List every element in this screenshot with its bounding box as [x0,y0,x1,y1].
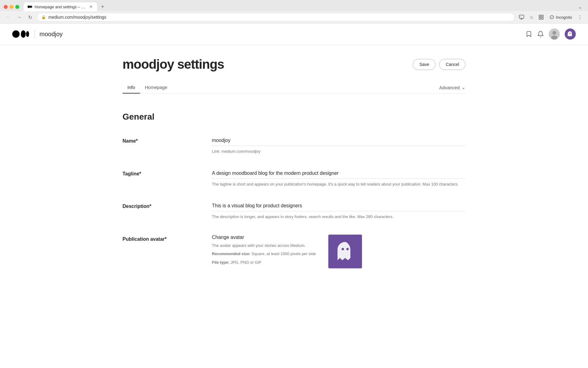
tab-end-controls: ⌄ [576,2,584,11]
lock-icon: 🔒 [41,15,46,19]
name-field-area: Link: medium.com/moodjoy [212,136,466,155]
extension-icon[interactable] [537,13,545,21]
maximize-button[interactable] [15,5,19,9]
description-label: Description* [123,202,202,209]
avatar-form-row: Publication avatar* Change avatar The av… [123,235,466,268]
window-controls [4,5,19,9]
forward-button[interactable]: → [15,13,23,21]
back-button[interactable]: ← [4,13,12,21]
name-label: Name* [123,136,202,144]
name-input[interactable] [212,136,466,146]
avatar-info: Change avatar The avatar appears with yo… [212,235,316,266]
description-field-area: The description is longer, and appears i… [212,202,466,220]
description-hint: The description is longer, and appears i… [212,214,466,220]
name-hint: Link: medium.com/moodjoy [212,148,466,155]
avatar-right: Change avatar The avatar appears with yo… [212,235,466,268]
page-title-row: moodjoy settings Save Cancel [123,57,466,72]
incognito-badge: Incognito [547,14,575,21]
action-buttons: Save Cancel [413,59,466,70]
tabs-left: Info Homepage [123,82,172,93]
tab-homepage[interactable]: Homepage [140,82,172,94]
browser-tab[interactable]: Homepage and settings – moo ✕ [24,2,97,11]
page-title: moodjoy settings [123,57,224,72]
incognito-label: Incognito [556,15,572,20]
recommended-label: Recommended size: [212,251,251,256]
svg-rect-8 [542,15,543,17]
page-header: moodjoy [0,24,588,45]
url-text: medium.com/moodjoy/settings [48,15,510,20]
filetype-value: JPG, PNG or GIF [231,260,262,265]
svg-point-12 [21,30,26,38]
tagline-field-area: The tagline is short and appears on your… [212,169,466,187]
tagline-label: Tagline* [123,169,202,177]
filetype-label: File type: [212,260,229,265]
description-form-row: Description* The description is longer, … [123,202,466,220]
logo-divider [34,30,35,38]
tabs-row: Info Homepage Advanced ⌄ [123,82,466,94]
svg-rect-10 [542,18,543,19]
tab-list-button[interactable]: ⌄ [576,2,584,11]
chevron-down-icon: ⌄ [462,85,466,90]
advanced-toggle[interactable]: Advanced ⌄ [439,82,466,93]
tagline-form-row: Tagline* The tagline is short and appear… [123,169,466,187]
svg-point-11 [12,30,20,38]
tab-title: Homepage and settings – moo [35,5,86,9]
svg-point-0 [28,6,30,8]
svg-point-17 [341,248,344,250]
svg-point-15 [552,31,556,35]
new-tab-button[interactable]: + [98,2,107,11]
svg-rect-7 [539,15,541,17]
header-actions [526,29,576,40]
address-bar[interactable]: 🔒 medium.com/moodjoy/settings [37,13,515,21]
tab-info[interactable]: Info [123,82,140,94]
publication-name: moodjoy [40,31,63,38]
svg-point-13 [26,31,29,37]
tab-favicon [27,4,32,9]
svg-point-2 [32,6,32,8]
menu-button[interactable]: ⋮ [576,13,584,21]
reload-button[interactable]: ↻ [26,13,34,21]
tab-close-button[interactable]: ✕ [89,4,93,9]
change-avatar-link[interactable]: Change avatar [212,235,316,240]
svg-point-18 [346,248,349,250]
recommended-value: Square, at least 1000 pixels per side [251,251,316,256]
description-input[interactable] [212,202,466,211]
browser-chrome: Homepage and settings – moo ✕ + ⌄ ← → ↻ … [0,0,588,24]
close-button[interactable] [4,5,8,9]
tab-bar: Homepage and settings – moo ✕ + ⌄ [0,0,588,11]
minimize-button[interactable] [9,5,13,9]
logo-area: moodjoy [12,29,63,39]
tagline-hint: The tagline is short and appears on your… [212,181,466,187]
avatar-label: Publication avatar* [123,235,202,242]
avatar-hint-filetype: File type: JPG, PNG or GIF [212,259,316,266]
cancel-button[interactable]: Cancel [439,59,466,70]
bookmark-star-icon[interactable]: ☆ [527,13,536,21]
screen-share-icon[interactable] [517,13,526,21]
tagline-input[interactable] [212,169,466,179]
medium-logo[interactable] [12,29,29,39]
bookmark-button[interactable] [526,31,532,37]
publication-avatar[interactable] [565,29,576,40]
section-title-general: General [123,112,466,122]
toolbar-actions: ☆ Incognito ⋮ [517,13,584,21]
avatar-hint-line1: The avatar appears with your stories acr… [212,243,316,249]
avatar-hint-recommended: Recommended size: Square, at least 1000 … [212,251,316,257]
address-bar-row: ← → ↻ 🔒 medium.com/moodjoy/settings ☆ In… [0,11,588,23]
name-form-row: Name* Link: medium.com/moodjoy [123,136,466,155]
save-button[interactable]: Save [413,59,435,70]
user-avatar[interactable] [549,29,560,40]
svg-rect-9 [539,18,541,19]
advanced-label: Advanced [439,85,460,90]
svg-point-1 [30,6,32,8]
main-content: moodjoy settings Save Cancel Info Homepa… [110,45,478,295]
avatar-preview [328,235,362,268]
notification-button[interactable] [537,31,544,37]
